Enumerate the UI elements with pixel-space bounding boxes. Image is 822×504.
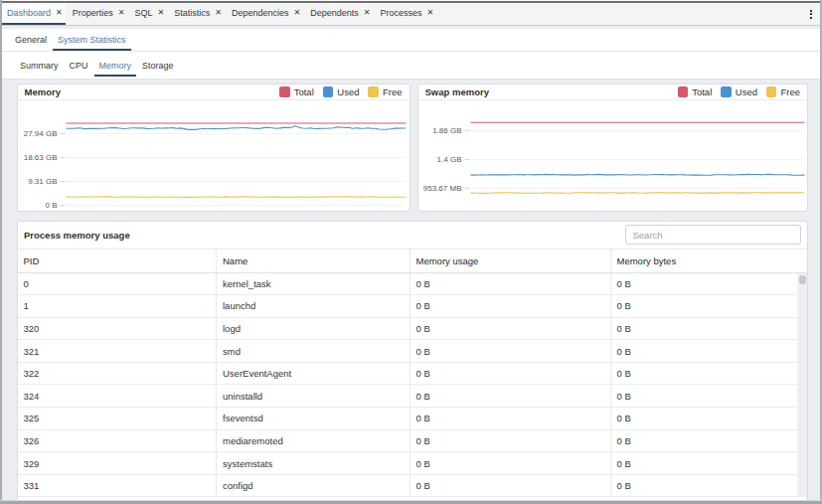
tab-close-icon[interactable]: ✕ <box>426 11 433 15</box>
memory-chart-panel: Memory TotalUsedFree 0 B9.31 GB18.63 GB2… <box>17 84 411 212</box>
legend-item-used[interactable]: Used <box>721 86 757 98</box>
process-table: PIDNameMemory usageMemory bytes 0kernel_… <box>18 249 808 498</box>
cell-name: kernel_task <box>217 273 411 295</box>
tab-close-icon[interactable]: ✕ <box>56 11 63 15</box>
y-axis-label: 953.67 MB <box>422 183 461 192</box>
table-row[interactable]: 322UserEventAgent0 B0 B <box>18 363 808 386</box>
tab-close-icon[interactable]: ✕ <box>215 11 222 15</box>
cell-name: launchd <box>217 295 411 317</box>
tab-overflow-menu-button[interactable] <box>806 8 820 21</box>
cell-name: UserEventAgent <box>217 363 411 385</box>
tab-label: General <box>15 35 47 45</box>
table-row[interactable]: 331configd0 B0 B <box>18 475 808 498</box>
tab-label: SQL <box>134 8 152 18</box>
cell-name: systemstats <box>217 452 411 474</box>
column-header-memory-usage[interactable]: Memory usage <box>411 250 611 272</box>
process-table-header: PIDNameMemory usageMemory bytes <box>18 250 808 273</box>
tab-statistics[interactable]: Statistics✕ <box>169 3 225 23</box>
cell-memory-usage: 0 B <box>411 452 611 474</box>
cell-memory-usage: 0 B <box>411 430 611 452</box>
cell-pid: 1 <box>18 295 218 317</box>
cell-memory-bytes: 0 B <box>611 363 808 385</box>
cell-pid: 326 <box>18 430 218 452</box>
tab-close-icon[interactable]: ✕ <box>118 11 125 15</box>
column-header-pid[interactable]: PID <box>18 250 218 272</box>
dot <box>810 13 812 15</box>
tab-storage[interactable]: Storage <box>137 54 179 77</box>
tab-label: Dependents <box>310 8 359 18</box>
cell-memory-usage: 0 B <box>411 363 611 385</box>
series-line-used <box>470 174 804 175</box>
tab-properties[interactable]: Properties✕ <box>68 3 128 23</box>
tab-label: Memory <box>99 61 132 71</box>
table-row[interactable]: 325fseventsd0 B0 B <box>18 408 808 430</box>
legend-swatch-total <box>279 86 290 98</box>
legend-item-free[interactable]: Free <box>368 86 402 98</box>
tab-label: Storage <box>142 61 174 71</box>
legend-swatch-used <box>323 86 334 98</box>
legend-label: Total <box>692 86 712 97</box>
search-input[interactable] <box>625 225 801 246</box>
cell-memory-bytes: 0 B <box>611 452 808 474</box>
tab-label: Statistics <box>174 8 210 18</box>
tab-dependents[interactable]: Dependents✕ <box>305 3 373 23</box>
tab-processes[interactable]: Processes✕ <box>375 3 436 23</box>
swap-chart-header: Swap memory TotalUsedFree <box>418 84 808 100</box>
tab-label: Dashboard <box>7 8 51 18</box>
tab-label: Properties <box>73 8 113 18</box>
cell-memory-bytes: 0 B <box>611 408 808 429</box>
cell-memory-usage: 0 B <box>411 475 611 497</box>
tab-sql[interactable]: SQL✕ <box>129 3 167 23</box>
table-row[interactable]: 1launchd0 B0 B <box>18 295 808 318</box>
memory-chart-legend: TotalUsedFree <box>279 86 402 98</box>
column-header-name[interactable]: Name <box>217 250 411 272</box>
legend-label: Free <box>383 86 403 97</box>
tab-general[interactable]: General <box>10 29 52 51</box>
swap-chart-title: Swap memory <box>425 86 489 97</box>
table-row[interactable]: 321smd0 B0 B <box>18 340 808 363</box>
dashboard-tab-bar: GeneralSystem Statistics <box>2 29 820 52</box>
table-row[interactable]: 326mediaremoted0 B0 B <box>18 430 808 453</box>
tab-label: Summary <box>20 61 59 71</box>
dashboard-page: Memory TotalUsedFree 0 B9.31 GB18.63 GB2… <box>2 80 820 500</box>
y-axis-label: 1.4 GB <box>436 154 461 163</box>
tab-close-icon[interactable]: ✕ <box>293 11 300 15</box>
tab-dashboard[interactable]: Dashboard✕ <box>2 3 66 23</box>
legend-item-free[interactable]: Free <box>766 86 800 98</box>
legend-swatch-free <box>766 86 777 98</box>
cell-memory-bytes: 0 B <box>611 385 808 407</box>
cell-pid: 322 <box>18 363 218 385</box>
tab-close-icon[interactable]: ✕ <box>157 11 164 15</box>
cell-memory-bytes: 0 B <box>611 318 808 340</box>
cell-memory-bytes: 0 B <box>611 295 808 317</box>
cell-memory-usage: 0 B <box>411 295 611 317</box>
table-scrollbar-thumb[interactable] <box>799 275 806 284</box>
cell-memory-usage: 0 B <box>411 318 611 340</box>
legend-item-used[interactable]: Used <box>323 86 360 98</box>
table-row[interactable]: 329systemstats0 B0 B <box>18 452 808 475</box>
y-axis-label: 1.86 GB <box>432 126 461 135</box>
tab-summary[interactable]: Summary <box>15 54 64 77</box>
legend-item-total[interactable]: Total <box>279 86 314 98</box>
tab-close-icon[interactable]: ✕ <box>364 11 371 15</box>
tab-label: Dependencies <box>232 8 289 18</box>
column-header-memory-bytes[interactable]: Memory bytes <box>611 250 808 272</box>
table-row[interactable]: 320logd0 B0 B <box>18 318 808 341</box>
series-line-free <box>470 192 804 193</box>
legend-label: Used <box>337 86 359 97</box>
process-table-body: 0kernel_task0 B0 B1launchd0 B0 B320logd0… <box>18 273 808 498</box>
series-line-used <box>66 125 406 129</box>
swap-memory-chart-svg: 953.67 MB1.4 GB1.86 GB <box>418 100 808 211</box>
tab-memory[interactable]: Memory <box>94 54 137 77</box>
tab-system-statistics[interactable]: System Statistics <box>53 29 131 51</box>
tab-label: System Statistics <box>58 35 126 45</box>
system-statistics-tab-bar: SummaryCPUMemoryStorage <box>2 52 820 80</box>
memory-chart-plot: 0 B9.31 GB18.63 GB27.94 GB <box>18 100 410 211</box>
table-row[interactable]: 0kernel_task0 B0 B <box>18 273 808 296</box>
table-scrollbar-track[interactable] <box>797 273 807 498</box>
legend-item-total[interactable]: Total <box>678 86 713 98</box>
tab-dependencies[interactable]: Dependencies✕ <box>227 3 303 23</box>
tab-cpu[interactable]: CPU <box>65 54 93 77</box>
table-row[interactable]: 324uninstalld0 B0 B <box>18 385 808 408</box>
window-border-bottom <box>0 500 822 504</box>
